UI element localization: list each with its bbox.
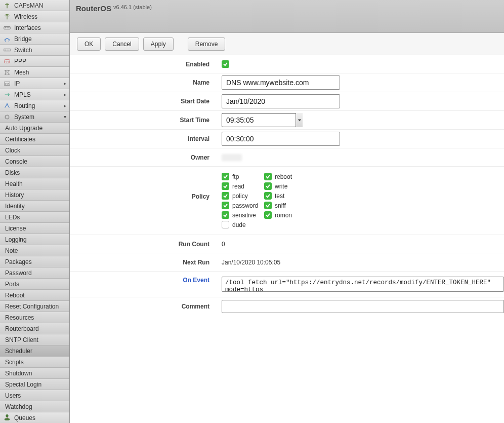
nav-sub-console[interactable]: Console [0,156,69,167]
comment-input[interactable] [222,300,504,313]
start-time-dropdown-button[interactable] [296,113,303,127]
label-policy: Policy [70,172,222,200]
nav-sub-password[interactable]: Password [0,267,69,279]
policy-policy[interactable]: policy [222,192,262,200]
nav-sub-license[interactable]: License [0,223,69,234]
policy-write[interactable]: write [264,182,305,190]
nav-mpls[interactable]: MPLS▸ [0,89,69,100]
nav-ip[interactable]: 255IP▸ [0,78,69,89]
svg-point-20 [6,115,9,119]
label-start-date: Start Date [70,98,222,105]
policy-dude-checkbox[interactable] [222,221,229,228]
check-icon [265,183,271,189]
titlebar: RouterOS v6.46.1 (stable) [70,0,504,33]
ppp-icon: PPP [3,57,11,65]
nav-mesh[interactable]: Mesh [0,67,69,78]
nav-sub-clock[interactable]: Clock [0,145,69,156]
apply-button[interactable]: Apply [143,37,174,51]
interval-input[interactable] [222,132,340,146]
nav-sub-leds[interactable]: LEDs [0,212,69,223]
policy-dude[interactable]: dude [222,221,262,228]
nav-interfaces[interactable]: Interfaces [0,22,69,33]
nav-switch[interactable]: Switch [0,45,69,56]
check-icon [223,174,228,179]
nav-sub-watchdog[interactable]: Watchdog [0,401,69,412]
policy-sniff-checkbox[interactable] [264,202,272,209]
policy-ftp[interactable]: ftp [222,173,262,180]
antenna-icon [3,2,11,10]
nav-queues[interactable]: Queues [0,412,69,423]
switch-icon [3,46,11,54]
label-on-event[interactable]: On Event [70,277,222,284]
nav-sub-auto-upgrade[interactable]: Auto Upgrade [0,123,69,134]
row-comment: Comment [70,297,504,316]
policy-test[interactable]: test [264,192,305,200]
start-time-input[interactable] [222,113,303,127]
nav-label: PPP [14,58,66,65]
policy-read-checkbox[interactable] [222,182,229,190]
policy-ftp-checkbox[interactable] [222,173,229,180]
form: Enabled Name Start Date Start Time [70,55,504,423]
svg-text:255: 255 [5,82,10,85]
nav-wireless[interactable]: Wireless [0,11,69,22]
nav-ppp[interactable]: PPPPPP [0,56,69,67]
nav-label: Queues [14,414,66,421]
svg-point-10 [9,49,10,50]
label-next-run: Next Run [70,259,222,266]
ok-button[interactable]: OK [77,37,101,51]
policy-policy-checkbox[interactable] [222,192,229,200]
nav-sub-certificates[interactable]: Certificates [0,134,69,145]
antenna2-icon [3,13,11,21]
nav-sub-sntp-client[interactable]: SNTP Client [0,334,69,345]
policy-romon[interactable]: romon [264,211,305,219]
start-date-input[interactable] [222,94,340,108]
remove-button[interactable]: Remove [188,37,226,51]
nav-sub-scripts[interactable]: Scripts [0,357,69,368]
policy-test-checkbox[interactable] [264,192,272,200]
start-time-combo[interactable] [222,113,303,127]
product-version: v6.46.1 (stable) [113,4,152,10]
enabled-checkbox[interactable] [222,60,229,68]
nav-routing[interactable]: Routing▸ [0,100,69,111]
on-event-textarea[interactable] [222,277,504,292]
nav-sub-routerboard[interactable]: Routerboard [0,323,69,334]
policy-reboot[interactable]: reboot [264,173,305,180]
nav-sub-note[interactable]: Note [0,245,69,256]
name-input[interactable] [222,75,340,90]
nav-sub-packages[interactable]: Packages [0,256,69,267]
check-icon [265,203,271,208]
policy-write-checkbox[interactable] [264,182,272,190]
svg-marker-23 [298,119,301,121]
policy-sniff[interactable]: sniff [264,202,305,209]
nav-sub-special-login[interactable]: Special Login [0,379,69,390]
svg-point-9 [7,49,8,50]
nav-sub-users[interactable]: Users [0,390,69,401]
policy-read[interactable]: read [222,182,262,190]
nav-sub-identity[interactable]: Identity [0,201,69,212]
nav-capsman[interactable]: CAPsMAN [0,0,69,11]
nav-sub-health[interactable]: Health [0,178,69,189]
policy-sensitive-checkbox[interactable] [222,211,229,219]
policy-grid: ftprebootreadwritepolicytestpasswordsnif… [222,172,305,229]
policy-policy-label: policy [232,193,248,200]
nav-system[interactable]: System▾ [0,111,69,123]
cancel-button[interactable]: Cancel [105,37,139,51]
nav-sub-ports[interactable]: Ports [0,279,69,290]
policy-sensitive[interactable]: sensitive [222,211,262,219]
policy-password-checkbox[interactable] [222,202,229,209]
nav-sub-disks[interactable]: Disks [0,167,69,178]
nav-sub-reset-configuration[interactable]: Reset Configuration [0,301,69,312]
mpls-icon [3,91,11,99]
nav-sub-reboot[interactable]: Reboot [0,290,69,301]
nav-sub-scheduler[interactable]: Scheduler [0,345,69,357]
check-icon [223,61,228,67]
nav-sub-history[interactable]: History [0,189,69,201]
policy-reboot-checkbox[interactable] [264,173,272,180]
policy-romon-checkbox[interactable] [264,211,272,219]
nav-sub-shutdown[interactable]: Shutdown [0,368,69,379]
nav-sub-resources[interactable]: Resources [0,312,69,323]
nav-sub-logging[interactable]: Logging [0,234,69,245]
policy-password[interactable]: password [222,202,262,209]
nav-bridge[interactable]: Bridge [0,33,69,45]
interfaces-icon [3,24,11,32]
